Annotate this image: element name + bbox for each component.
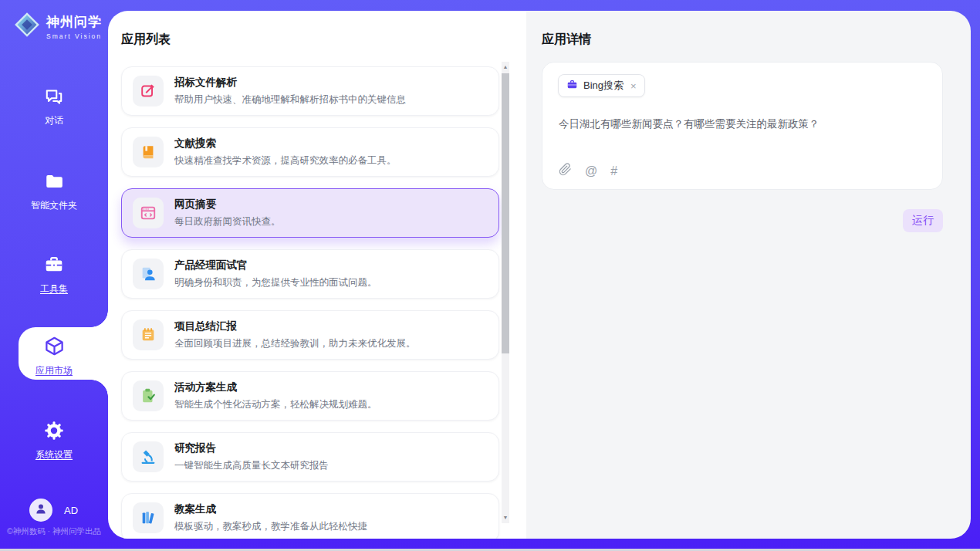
app-name: 活动方案生成: [174, 380, 377, 394]
user-name: AD: [64, 505, 78, 516]
sidebar-item-chat[interactable]: 对话: [0, 86, 108, 127]
sidebar-item-label: 智能文件夹: [0, 199, 108, 212]
app-window: 神州问学 Smart Vision 对话 智能文件夹: [0, 0, 980, 551]
copyright-footer: ©神州数码 · 神州问学出品: [0, 526, 108, 537]
list-scrollbar[interactable]: ▲ ▼: [502, 62, 509, 523]
scrollbar-thumb[interactable]: [502, 73, 509, 353]
brand-name: 神州问学: [46, 13, 102, 31]
interviewer-icon: [133, 259, 164, 289]
clipboard-check-icon: [133, 380, 164, 411]
app-desc: 帮助用户快速、准确地理解和解析招标书中的关键信息: [174, 93, 406, 106]
sidebar-item-smart-folder[interactable]: 智能文件夹: [0, 171, 108, 212]
brand-logo: 神州问学 Smart Vision: [14, 12, 102, 41]
memo-icon: [133, 319, 164, 350]
sidebar-item-toolset[interactable]: 工具集: [0, 255, 108, 296]
app-name: 网页摘要: [174, 198, 281, 211]
hash-icon[interactable]: #: [610, 165, 617, 177]
app-name: 产品经理面试官: [174, 259, 377, 272]
app-card-lesson-plan[interactable]: 教案生成 模板驱动，教案秒成，教学准备从此轻松快捷: [121, 493, 499, 539]
app-desc: 明确身份和职责，为您提供专业性的面试问题。: [174, 276, 377, 289]
app-name: 文献搜索: [174, 137, 397, 150]
app-name: 项目总结汇报: [174, 319, 416, 333]
sidebar-item-label: 应用市场: [0, 364, 108, 377]
composer-toolbar: @ #: [559, 163, 617, 179]
sidebar-item-label: 系统设置: [0, 448, 108, 461]
app-card-pm-interviewer[interactable]: 产品经理面试官 明确身份和职责，为您提供专业性的面试问题。: [121, 249, 499, 299]
app-desc: 模板驱动，教案秒成，教学准备从此轻松快捷: [174, 520, 367, 533]
tool-chip-label: Bing搜索: [583, 79, 623, 93]
app-card-activity-plan[interactable]: 活动方案生成 智能生成个性化活动方案，轻松解决规划难题。: [121, 371, 499, 421]
folder-icon: [44, 181, 64, 194]
sidebar-item-label: 工具集: [0, 282, 108, 296]
app-desc: 一键智能生成高质量长文本研究报告: [174, 459, 329, 472]
app-card-bid-doc-parse[interactable]: 招标文件解析 帮助用户快速、准确地理解和解析招标书中的关键信息: [121, 66, 499, 116]
attachment-icon[interactable]: [559, 163, 572, 179]
app-list-title: 应用列表: [121, 32, 171, 48]
gear-icon: [44, 430, 64, 443]
user-account[interactable]: AD: [29, 499, 78, 522]
sidebar-item-settings[interactable]: 系统设置: [0, 421, 108, 461]
edit-doc-icon: [133, 76, 164, 106]
tool-chip-bing-search[interactable]: Bing搜索 ×: [558, 74, 645, 97]
avatar: [29, 499, 52, 522]
mention-icon[interactable]: @: [585, 165, 597, 177]
prompt-composer-card[interactable]: Bing搜索 × 今日湖北有哪些新闻要点？有哪些需要关注的最新政策？ @ #: [542, 62, 943, 190]
brand-subtitle: Smart Vision: [46, 32, 102, 40]
app-name: 招标文件解析: [174, 76, 406, 90]
scrollbar-up-arrow-icon[interactable]: ▲: [502, 63, 509, 71]
run-button[interactable]: 运行: [903, 209, 943, 232]
app-card-project-summary[interactable]: 项目总结汇报 全面回顾项目进展，总结经验教训，助力未来优化发展。: [121, 310, 499, 360]
app-list: 招标文件解析 帮助用户快速、准确地理解和解析招标书中的关键信息 文献搜索: [121, 66, 499, 539]
app-name: 教案生成: [174, 502, 367, 516]
briefcase-icon: [566, 79, 578, 93]
toolbox-icon: [44, 264, 64, 277]
main-content: 应用列表 招标文件解析 帮助用户快速、准确地理解和解析招标书中的关键信息: [108, 11, 971, 539]
user-avatar-icon: [34, 502, 48, 519]
app-card-literature-search[interactable]: 文献搜索 快速精准查找学术资源，提高研究效率的必备工具。: [121, 127, 499, 177]
app-name: 研究报告: [174, 441, 329, 455]
app-list-panel: 应用列表 招标文件解析 帮助用户快速、准确地理解和解析招标书中的关键信息: [108, 11, 526, 539]
app-desc: 快速精准查找学术资源，提高研究效率的必备工具。: [174, 154, 397, 167]
browser-code-icon: [133, 198, 164, 228]
book-icon: [133, 137, 164, 167]
app-desc: 智能生成个性化活动方案，轻松解决规划难题。: [174, 398, 377, 411]
sidebar-item-app-market[interactable]: 应用市场: [0, 336, 108, 377]
cube-icon: [44, 346, 65, 359]
app-desc: 全面回顾项目进展，总结经验教训，助力未来优化发展。: [174, 337, 416, 350]
diamond-logo-icon: [14, 12, 40, 41]
sidebar-item-label: 对话: [0, 114, 108, 127]
microscope-icon: [133, 441, 164, 472]
app-detail-panel: 应用详情 Bing搜索 × 今日湖北有哪些新闻要点？有哪些需要关注的最新政策？: [526, 11, 971, 539]
prompt-text[interactable]: 今日湖北有哪些新闻要点？有哪些需要关注的最新政策？: [559, 117, 928, 132]
scrollbar-down-arrow-icon[interactable]: ▼: [502, 514, 509, 522]
sidebar: 神州问学 Smart Vision 对话 智能文件夹: [0, 0, 108, 551]
app-desc: 每日政府新闻资讯快查。: [174, 215, 281, 228]
chat-icon: [44, 96, 64, 109]
books-icon: [133, 502, 164, 533]
app-card-web-summary[interactable]: 网页摘要 每日政府新闻资讯快查。: [121, 188, 499, 238]
app-card-research-report[interactable]: 研究报告 一键智能生成高质量长文本研究报告: [121, 432, 499, 482]
chip-close-icon[interactable]: ×: [630, 80, 637, 92]
app-detail-title: 应用详情: [542, 32, 591, 48]
